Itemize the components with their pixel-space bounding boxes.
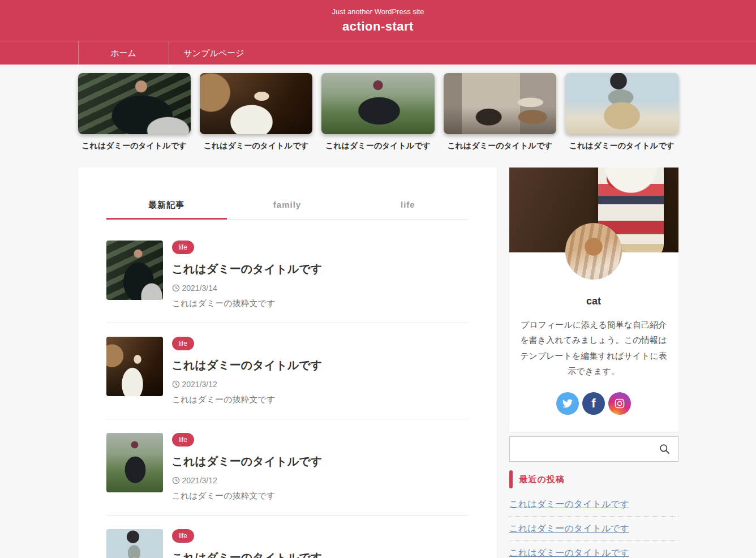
post-list-panel: 最新記事 family life life これはダミーのタイトルです 2021… bbox=[78, 168, 497, 558]
profile-bio: プロフィールに添える簡単な自己紹介を書き入れてみましょう。この情報はテンプレート… bbox=[519, 317, 669, 379]
sidebar: cat プロフィールに添える簡単な自己紹介を書き入れてみましょう。この情報はテン… bbox=[509, 168, 678, 558]
post-title[interactable]: これはダミーのタイトルです bbox=[172, 358, 323, 373]
recent-post-link[interactable]: これはダミーのタイトルです bbox=[509, 523, 630, 533]
carousel-card[interactable]: これはダミーのタイトルです bbox=[321, 73, 434, 151]
site-title[interactable]: action-start bbox=[0, 19, 756, 34]
post-date-text: 2021/3/12 bbox=[182, 476, 217, 485]
post-body: life これはダミーのタイトルです 2021/3/12 これはダミーの抜粋文で… bbox=[172, 433, 323, 501]
post-body: life これはダミーのタイトルです 2021/3/12 これはダミーの抜粋文で… bbox=[172, 337, 323, 405]
carousel-caption: これはダミーのタイトルです bbox=[444, 141, 556, 151]
post-date-text: 2021/3/12 bbox=[182, 380, 217, 389]
list-item: これはダミーのタイトルです bbox=[509, 517, 678, 541]
nav-item-sample-page[interactable]: サンプルページ bbox=[169, 41, 259, 65]
search-widget bbox=[509, 436, 678, 462]
category-badge[interactable]: life bbox=[172, 529, 194, 543]
twitter-button[interactable] bbox=[556, 392, 579, 415]
post-thumbnail[interactable] bbox=[106, 529, 163, 558]
post-date-text: 2021/3/14 bbox=[182, 284, 217, 293]
search-input[interactable] bbox=[510, 437, 652, 461]
social-links: f bbox=[509, 392, 678, 415]
post-item: life これはダミーのタイトルです 2021/3/12 これはダミーの抜粋文で… bbox=[106, 516, 469, 558]
profile-name: cat bbox=[509, 295, 678, 307]
instagram-button[interactable] bbox=[608, 392, 631, 415]
carousel-card[interactable]: これはダミーのタイトルです bbox=[200, 73, 312, 151]
nav-item-home[interactable]: ホーム bbox=[78, 41, 169, 65]
post-date: 2021/3/12 bbox=[172, 380, 323, 389]
site-tagline: Just another WordPress site bbox=[0, 7, 756, 16]
post-list: life これはダミーのタイトルです 2021/3/14 これはダミーの抜粋文で… bbox=[106, 241, 469, 558]
carousel-caption: これはダミーのタイトルです bbox=[321, 141, 434, 151]
post-title[interactable]: これはダミーのタイトルです bbox=[172, 550, 323, 558]
facebook-icon: f bbox=[591, 396, 595, 411]
post-title[interactable]: これはダミーのタイトルです bbox=[172, 261, 323, 277]
twitter-icon bbox=[562, 398, 573, 409]
list-item: これはダミーのタイトルです bbox=[509, 492, 678, 517]
category-badge[interactable]: life bbox=[172, 241, 194, 254]
post-item: life これはダミーのタイトルです 2021/3/12 これはダミーの抜粋文で… bbox=[106, 419, 469, 516]
post-excerpt: これはダミーの抜粋文です bbox=[172, 298, 323, 309]
recent-posts-title: 最近の投稿 bbox=[519, 474, 565, 485]
category-tabs: 最新記事 family life bbox=[106, 200, 469, 220]
carousel-caption: これはダミーのタイトルです bbox=[565, 141, 678, 151]
carousel-card[interactable]: これはダミーのタイトルです bbox=[444, 73, 556, 151]
clock-icon bbox=[172, 477, 180, 484]
post-excerpt: これはダミーの抜粋文です bbox=[172, 491, 323, 501]
post-thumbnail[interactable] bbox=[106, 337, 163, 396]
search-icon bbox=[659, 444, 670, 454]
recent-post-link[interactable]: これはダミーのタイトルです bbox=[509, 548, 630, 557]
post-body: life これはダミーのタイトルです 2021/3/14 これはダミーの抜粋文で… bbox=[172, 241, 323, 309]
post-title[interactable]: これはダミーのタイトルです bbox=[172, 454, 323, 469]
instagram-icon bbox=[614, 398, 625, 409]
post-thumbnail[interactable] bbox=[106, 433, 163, 492]
carousel-card[interactable]: これはダミーのタイトルです bbox=[565, 73, 678, 151]
carousel-image-coffee bbox=[200, 73, 312, 134]
facebook-button[interactable]: f bbox=[582, 392, 605, 415]
global-nav: ホーム サンプルページ bbox=[0, 41, 756, 65]
carousel-card[interactable]: これはダミーのタイトルです bbox=[78, 73, 191, 151]
post-item: life これはダミーのタイトルです 2021/3/12 これはダミーの抜粋文で… bbox=[106, 323, 469, 419]
post-body: life これはダミーのタイトルです 2021/3/12 これはダミーの抜粋文で… bbox=[172, 529, 323, 558]
profile-widget: cat プロフィールに添える簡単な自己紹介を書き入れてみましょう。この情報はテン… bbox=[509, 168, 678, 432]
site-header: Just another WordPress site action-start bbox=[0, 0, 756, 41]
heading-accent-bar bbox=[509, 470, 513, 488]
post-thumbnail[interactable] bbox=[106, 241, 163, 300]
carousel-image-old-building bbox=[444, 73, 556, 134]
category-badge[interactable]: life bbox=[172, 433, 194, 447]
recent-posts-heading: 最近の投稿 bbox=[509, 470, 678, 488]
post-item: life これはダミーのタイトルです 2021/3/14 これはダミーの抜粋文で… bbox=[106, 241, 469, 323]
carousel-caption: これはダミーのタイトルです bbox=[200, 141, 312, 151]
recent-post-link[interactable]: これはダミーのタイトルです bbox=[509, 499, 630, 509]
carousel-image-woman-laptop bbox=[78, 73, 191, 134]
avatar bbox=[565, 223, 622, 280]
carousel-caption: これはダミーのタイトルです bbox=[78, 141, 191, 151]
clock-icon bbox=[172, 284, 180, 292]
clock-icon bbox=[172, 380, 180, 388]
category-badge[interactable]: life bbox=[172, 337, 194, 350]
recent-posts-list: これはダミーのタイトルです これはダミーのタイトルです これはダミーのタイトルで… bbox=[509, 492, 678, 558]
post-date: 2021/3/14 bbox=[172, 284, 323, 293]
carousel-image-hiker bbox=[321, 73, 434, 134]
list-item: これはダミーのタイトルです bbox=[509, 541, 678, 558]
featured-carousel: これはダミーのタイトルです これはダミーのタイトルです これはダミーのタイトルで… bbox=[78, 73, 678, 151]
search-button[interactable] bbox=[652, 437, 678, 461]
tab-latest[interactable]: 最新記事 bbox=[106, 200, 227, 220]
carousel-image-traveler bbox=[565, 73, 678, 134]
tab-life[interactable]: life bbox=[347, 200, 468, 220]
post-excerpt: これはダミーの抜粋文です bbox=[172, 394, 323, 405]
tab-family[interactable]: family bbox=[227, 200, 347, 220]
post-date: 2021/3/12 bbox=[172, 476, 323, 485]
